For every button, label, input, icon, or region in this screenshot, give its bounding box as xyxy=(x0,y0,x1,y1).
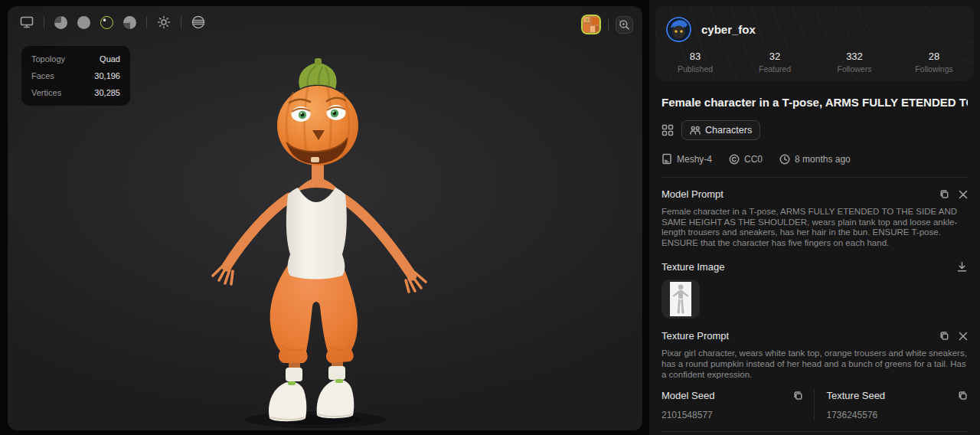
meta-text: Meshy-4 xyxy=(677,154,712,165)
texture-seed-value: 1736245576 xyxy=(827,410,969,420)
stat-number: 332 xyxy=(815,51,894,62)
stat-number: 83 xyxy=(655,51,735,62)
viewport-toolbar xyxy=(20,15,205,29)
chip-characters[interactable]: Characters xyxy=(681,120,760,140)
stat-row-faces: Faces 30,196 xyxy=(31,71,120,80)
stat-caption: Followers xyxy=(815,64,894,74)
copy-icon xyxy=(792,390,803,401)
copy-button[interactable] xyxy=(956,390,968,401)
model-seed-value: 2101548577 xyxy=(662,410,803,420)
stat-number: 32 xyxy=(735,51,815,62)
avatar[interactable] xyxy=(666,17,691,42)
texture-seed-block: Texture Seed 1736245576 xyxy=(827,390,969,420)
environment-sphere-icon[interactable] xyxy=(191,15,205,29)
stat-value: 30,196 xyxy=(94,71,120,80)
copy-button[interactable] xyxy=(938,330,949,342)
meta-text: 8 months ago xyxy=(795,154,851,165)
details-panel: cyber_fox 83 Published 32 Featured 332 F… xyxy=(649,0,980,435)
toolbar-divider xyxy=(608,18,609,31)
profile-stats: 83 Published 32 Featured 332 Followers 2… xyxy=(655,51,974,74)
texture-prompt-text: Pixar girl character, wears white tank t… xyxy=(662,348,968,380)
model-seed-label: Model Seed xyxy=(662,390,714,401)
texture-reference-image xyxy=(670,282,691,316)
stat-caption: Featured xyxy=(735,64,815,74)
stat-label: Vertices xyxy=(31,88,61,97)
viewport-3d[interactable]: Topology Quad Faces 30,196 Vertices 30,2… xyxy=(8,6,642,430)
stat-label: Topology xyxy=(31,54,65,64)
mannequin-figure xyxy=(671,283,690,316)
stat-label: Faces xyxy=(31,71,54,80)
divider xyxy=(662,177,968,178)
texture-preview-image xyxy=(583,16,599,33)
stat-row-topology: Topology Quad xyxy=(31,54,120,64)
inspect-button[interactable] xyxy=(616,16,633,34)
section-title: Texture Prompt xyxy=(662,330,938,342)
stat-value: Quad xyxy=(100,54,120,64)
meta-row: Meshy-4 CC0 8 months ago xyxy=(662,153,968,165)
copy-button[interactable] xyxy=(792,390,803,401)
download-button[interactable] xyxy=(956,261,968,273)
stat-followings[interactable]: 28 Followings xyxy=(894,51,974,74)
collapse-button[interactable] xyxy=(959,190,968,199)
toolbar-divider xyxy=(146,16,147,28)
texture-thumbnail-selected[interactable] xyxy=(581,15,601,34)
stat-followers[interactable]: 332 Followers xyxy=(815,51,894,74)
textured-view-icon[interactable] xyxy=(100,16,113,29)
seeds-section: Model Seed 2101548577 Texture Seed xyxy=(662,390,968,420)
viewport-topright-controls xyxy=(581,15,633,34)
stat-caption: Published xyxy=(655,64,735,74)
copy-icon xyxy=(938,188,949,200)
model-seed-block: Model Seed 2101548577 xyxy=(662,390,803,420)
clock-icon xyxy=(779,154,790,165)
copy-button[interactable] xyxy=(938,188,949,200)
copyright-icon xyxy=(729,154,740,165)
stat-featured[interactable]: 32 Featured xyxy=(735,51,815,74)
texture-seed-label: Texture Seed xyxy=(827,390,886,401)
display-icon[interactable] xyxy=(20,16,34,28)
meta-text: CC0 xyxy=(744,154,763,165)
cat-avatar-icon xyxy=(666,17,691,42)
meta-generator: Meshy-4 xyxy=(662,153,712,165)
texture-image-header: Texture Image xyxy=(662,261,968,273)
lighting-sun-icon[interactable] xyxy=(157,15,171,29)
model-title: Female character in a T-pose, ARMS FULLY… xyxy=(662,96,968,110)
vertical-divider xyxy=(814,390,815,420)
model-prompt-header: Model Prompt xyxy=(662,188,968,200)
characters-people-icon xyxy=(690,126,701,136)
section-title: Model Prompt xyxy=(662,188,938,200)
shaded-view-icon[interactable] xyxy=(54,16,67,29)
profile-header: cyber_fox xyxy=(655,6,974,42)
category-row: Characters xyxy=(662,120,968,140)
collapse-icon xyxy=(959,190,968,199)
stat-published[interactable]: 83 Published xyxy=(655,51,735,74)
download-icon xyxy=(956,261,968,273)
meta-age: 8 months ago xyxy=(779,154,851,165)
stat-caption: Followings xyxy=(894,64,974,74)
stat-number: 28 xyxy=(894,51,974,62)
grid-category-icon[interactable] xyxy=(662,124,674,136)
file-icon xyxy=(662,153,672,165)
stat-row-vertices: Vertices 30,285 xyxy=(31,88,120,97)
material-view-icon[interactable] xyxy=(123,16,136,29)
model-prompt-text: Female character in a T-pose, ARMS FULLY… xyxy=(662,207,968,248)
texture-image-thumbnail[interactable] xyxy=(662,280,700,319)
solid-view-icon[interactable] xyxy=(77,16,90,29)
toolbar-divider xyxy=(44,16,44,28)
meta-license: CC0 xyxy=(729,154,763,165)
model-stats-box: Topology Quad Faces 30,196 Vertices 30,2… xyxy=(21,46,130,106)
stat-value: 30,285 xyxy=(94,88,120,97)
section-title: Texture Image xyxy=(662,261,956,273)
collapse-icon xyxy=(959,332,968,341)
chip-label: Characters xyxy=(705,125,752,136)
copy-icon xyxy=(938,330,949,342)
texture-prompt-header: Texture Prompt xyxy=(662,330,968,342)
divider xyxy=(662,431,968,432)
magnifier-sparkle-icon xyxy=(619,19,630,31)
toolbar-divider xyxy=(181,16,181,28)
collapse-button[interactable] xyxy=(959,332,968,341)
profile-card: cyber_fox 83 Published 32 Featured 332 F… xyxy=(655,6,974,81)
username[interactable]: cyber_fox xyxy=(701,23,756,36)
copy-icon xyxy=(956,390,968,401)
